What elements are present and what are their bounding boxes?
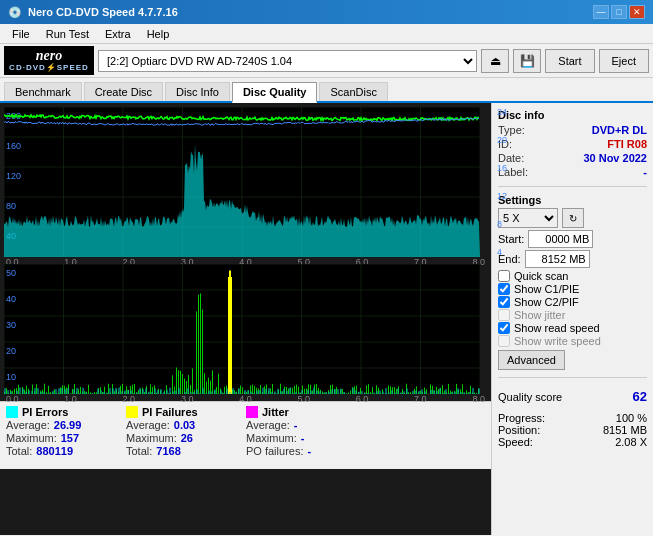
- position-label: Position:: [498, 424, 540, 436]
- menu-extra[interactable]: Extra: [97, 26, 139, 42]
- x-lower-5: 5.0: [297, 394, 310, 404]
- maximize-button[interactable]: □: [611, 5, 627, 19]
- show-jitter-checkbox[interactable]: [498, 309, 510, 321]
- show-write-speed-label: Show write speed: [514, 335, 601, 347]
- pi-errors-total-value: 880119: [36, 445, 73, 457]
- menu-help[interactable]: Help: [139, 26, 178, 42]
- disc-label-row: Label: -: [498, 165, 647, 179]
- menu-bar: File Run Test Extra Help: [0, 24, 653, 44]
- y-right-16: 16: [497, 163, 507, 173]
- pi-failures-max-value: 26: [181, 432, 193, 444]
- refresh-icon-btn[interactable]: ↻: [562, 208, 584, 228]
- show-write-speed-row: Show write speed: [498, 335, 647, 347]
- eject-button[interactable]: Eject: [599, 49, 649, 73]
- show-c1pie-label: Show C1/PIE: [514, 283, 579, 295]
- y-right-24: 24: [497, 107, 507, 117]
- speed-value: 2.08 X: [615, 436, 647, 448]
- show-c2pif-row: Show C2/PIF: [498, 296, 647, 308]
- show-c2pif-checkbox[interactable]: [498, 296, 510, 308]
- divider-1: [498, 186, 647, 187]
- eject-icon-btn[interactable]: ⏏: [481, 49, 509, 73]
- end-mb-row: End:: [498, 250, 647, 268]
- jitter-pof-label: PO failures:: [246, 445, 303, 457]
- jitter-group: Jitter Average: - Maximum: - PO failures…: [246, 406, 346, 465]
- pi-failures-avg-value: 0.03: [174, 419, 195, 431]
- jitter-max-label: Maximum:: [246, 432, 297, 444]
- jitter-color: [246, 406, 258, 418]
- disc-info-section: Disc info Type: DVD+R DL ID: FTI R08 Dat…: [498, 109, 647, 179]
- progress-section: Progress: 100 % Position: 8151 MB Speed:…: [498, 412, 647, 448]
- tab-benchmark[interactable]: Benchmark: [4, 82, 82, 101]
- jitter-avg-label: Average:: [246, 419, 290, 431]
- y-right-8: 8: [497, 219, 507, 229]
- x-lower-2: 2.0: [123, 394, 136, 404]
- save-icon-btn[interactable]: 💾: [513, 49, 541, 73]
- show-read-speed-row: Show read speed: [498, 322, 647, 334]
- nero-logo: nero CD·DVD⚡SPEED: [4, 46, 94, 74]
- menu-run-test[interactable]: Run Test: [38, 26, 97, 42]
- quick-scan-row: Quick scan: [498, 270, 647, 282]
- progress-row: Progress: 100 %: [498, 412, 647, 424]
- settings-section: Settings 5 X ↻ Start: End: Quick scan: [498, 194, 647, 370]
- title-bar-text: Nero CD-DVD Speed 4.7.7.16: [28, 6, 178, 18]
- y-right-4: 4: [497, 247, 507, 257]
- x-lower-3: 3.0: [181, 394, 194, 404]
- pi-failures-total-value: 7168: [156, 445, 180, 457]
- minimize-button[interactable]: —: [593, 5, 609, 19]
- y-right-20: 20: [497, 135, 507, 145]
- settings-title: Settings: [498, 194, 647, 206]
- pi-errors-max-label: Maximum:: [6, 432, 57, 444]
- tab-disc-info[interactable]: Disc Info: [165, 82, 230, 101]
- window-controls: — □ ✕: [593, 5, 645, 19]
- quality-score-value: 62: [633, 389, 647, 404]
- tab-create-disc[interactable]: Create Disc: [84, 82, 163, 101]
- quick-scan-checkbox[interactable]: [498, 270, 510, 282]
- pi-failures-group: PI Failures Average: 0.03 Maximum: 26 To…: [126, 406, 226, 465]
- speed-row-progress: Speed: 2.08 X: [498, 436, 647, 448]
- pi-failures-max-label: Maximum:: [126, 432, 177, 444]
- start-button[interactable]: Start: [545, 49, 594, 73]
- date-value: 30 Nov 2022: [583, 152, 647, 164]
- right-panel: Disc info Type: DVD+R DL ID: FTI R08 Dat…: [491, 103, 653, 535]
- pi-errors-label: PI Errors: [22, 406, 68, 418]
- jitter-avg-value: -: [294, 419, 298, 431]
- advanced-button[interactable]: Advanced: [498, 350, 565, 370]
- pi-errors-group: PI Errors Average: 26.99 Maximum: 157 To…: [6, 406, 106, 465]
- y-right-12: 12: [497, 191, 507, 201]
- show-c1pie-checkbox[interactable]: [498, 283, 510, 295]
- show-c1pie-row: Show C1/PIE: [498, 283, 647, 295]
- position-value: 8151 MB: [603, 424, 647, 436]
- quality-score-label: Quality score: [498, 391, 562, 403]
- x-lower-0: 0.0: [6, 394, 19, 404]
- x-lower-7: 7.0: [414, 394, 427, 404]
- divider-2: [498, 377, 647, 378]
- show-jitter-label: Show jitter: [514, 309, 565, 321]
- show-read-speed-checkbox[interactable]: [498, 322, 510, 334]
- pi-failures-label: PI Failures: [142, 406, 198, 418]
- tab-scan-disc[interactable]: ScanDisc: [319, 82, 387, 101]
- x-lower-8: 8.0: [472, 394, 485, 404]
- menu-file[interactable]: File: [4, 26, 38, 42]
- tab-disc-quality[interactable]: Disc Quality: [232, 82, 318, 103]
- x-lower-6: 6.0: [356, 394, 369, 404]
- jitter-pof-value: -: [307, 445, 311, 457]
- show-jitter-row: Show jitter: [498, 309, 647, 321]
- app-icon: 💿: [8, 6, 22, 19]
- id-value: FTI R08: [607, 138, 647, 150]
- toolbar: nero CD·DVD⚡SPEED [2:2] Optiarc DVD RW A…: [0, 44, 653, 78]
- start-mb-input[interactable]: [528, 230, 593, 248]
- pi-failures-color: [126, 406, 138, 418]
- close-button[interactable]: ✕: [629, 5, 645, 19]
- show-read-speed-label: Show read speed: [514, 322, 600, 334]
- drive-selector[interactable]: [2:2] Optiarc DVD RW AD-7240S 1.04: [98, 50, 477, 72]
- pi-errors-avg-value: 26.99: [54, 419, 82, 431]
- type-row: Type: DVD+R DL: [498, 123, 647, 137]
- progress-value: 100 %: [616, 412, 647, 424]
- show-write-speed-checkbox[interactable]: [498, 335, 510, 347]
- end-mb-input[interactable]: [525, 250, 590, 268]
- progress-label: Progress:: [498, 412, 545, 424]
- pi-errors-max-value: 157: [61, 432, 79, 444]
- speed-selector[interactable]: 5 X: [498, 208, 558, 228]
- x-lower-1: 1.0: [64, 394, 77, 404]
- speed-row: 5 X ↻: [498, 208, 647, 228]
